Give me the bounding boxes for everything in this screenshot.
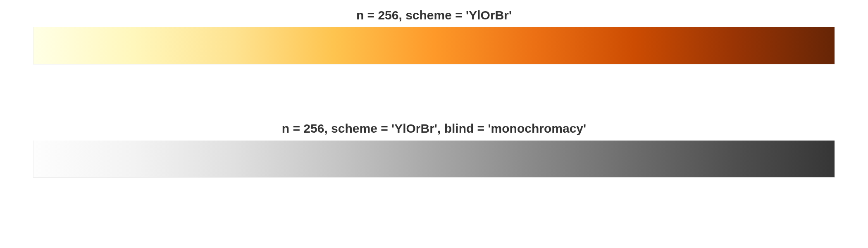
chart-title: n = 256, scheme = 'YlOrBr', blind = 'mon… — [33, 118, 835, 141]
colormap-chart: n = 256, scheme = 'YlOrBr', blind = 'mon… — [33, 118, 835, 178]
chart-title: n = 256, scheme = 'YlOrBr' — [33, 5, 835, 27]
colormap-bar — [33, 141, 835, 178]
colormap-chart: n = 256, scheme = 'YlOrBr' — [33, 5, 835, 64]
colormap-bar — [33, 27, 835, 64]
